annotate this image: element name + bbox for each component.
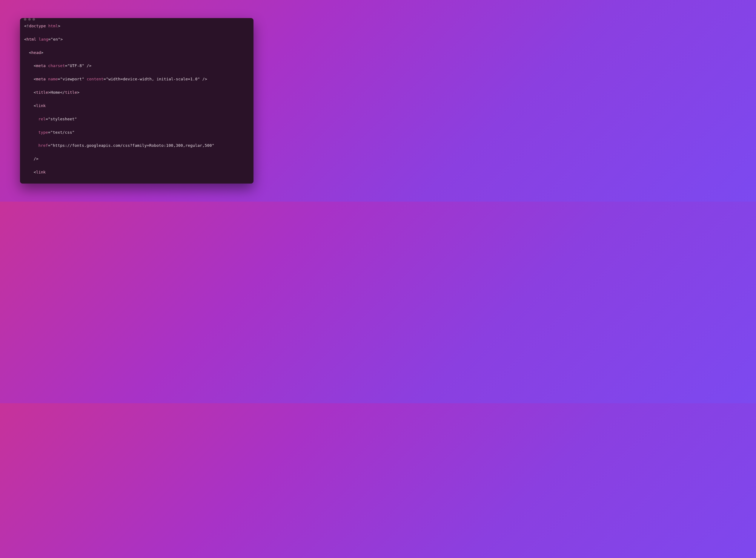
code-token: =	[48, 37, 51, 42]
code-token: />	[84, 64, 92, 68]
code-token: =	[48, 130, 50, 134]
code-token: UTF-8	[70, 64, 82, 68]
traffic-light-zoom-icon[interactable]	[32, 18, 35, 21]
code-token: <	[24, 37, 27, 42]
code-token: <	[34, 90, 36, 95]
code-token: content	[87, 77, 103, 81]
code-line: rel="stylesheet"	[24, 116, 249, 123]
code-token: <	[34, 170, 36, 174]
code-token: stylesheet	[51, 117, 75, 121]
code-token: "	[51, 130, 53, 134]
code-token: "	[72, 130, 74, 134]
code-token: "	[82, 64, 84, 68]
code-token: "	[106, 77, 108, 81]
code-token: Home	[51, 90, 60, 95]
code-token: "	[51, 37, 53, 42]
code-token: />	[34, 156, 39, 161]
code-line: href="https://fonts.googleapis.com/css?f…	[24, 142, 249, 149]
code-token: width=device-width, initial-scale=1.0	[108, 77, 198, 81]
code-token: stylesheet	[51, 183, 75, 183]
code-token: link	[36, 170, 46, 174]
code-token: "	[75, 183, 77, 183]
code-token: text/css	[53, 130, 72, 134]
editor-window: <!doctype html> <html lang="en"> <head> …	[20, 18, 253, 183]
code-token: =	[58, 77, 60, 81]
code-line: <html lang="en">	[24, 36, 249, 43]
code-token: >	[60, 37, 63, 42]
code-token: =	[46, 117, 48, 121]
code-token: "	[82, 77, 84, 81]
code-token: https://fonts.googleapis.com/css?family=…	[53, 143, 212, 148]
code-line: <meta name="viewport" content="width=dev…	[24, 76, 249, 82]
code-token: <	[34, 77, 36, 81]
code-token: head	[31, 50, 41, 55]
code-token: html	[27, 37, 36, 42]
code-token	[84, 77, 87, 81]
code-editor-content[interactable]: <!doctype html> <html lang="en"> <head> …	[20, 21, 253, 183]
code-token: type	[39, 130, 48, 134]
code-token: =	[48, 143, 50, 148]
code-line: />	[24, 156, 249, 162]
code-token: "	[67, 64, 70, 68]
code-token: "	[198, 77, 200, 81]
code-token: "	[60, 77, 62, 81]
code-token: "	[51, 143, 53, 148]
code-token: rel	[39, 117, 46, 121]
code-line: <head>	[24, 49, 249, 56]
code-token: =	[46, 183, 48, 183]
code-token: en	[53, 37, 58, 42]
code-token: <	[29, 50, 31, 55]
code-line: <title>Home</title>	[24, 89, 249, 96]
code-token: </	[60, 90, 65, 95]
code-line: type="text/css"	[24, 129, 249, 136]
code-token: "	[58, 37, 60, 42]
code-token: name	[48, 77, 58, 81]
code-token: "	[48, 117, 50, 121]
code-token: >	[48, 90, 51, 95]
code-token: html	[48, 24, 58, 28]
code-token	[46, 24, 48, 28]
code-token	[46, 64, 48, 68]
code-line: <!doctype html>	[24, 23, 249, 29]
code-token: doctype	[29, 24, 46, 28]
code-token: rel	[39, 183, 46, 183]
window-titlebar	[20, 18, 253, 21]
code-line: rel="stylesheet"	[24, 182, 249, 183]
traffic-light-close-icon[interactable]	[24, 18, 26, 21]
code-token	[46, 77, 48, 81]
code-token: >	[58, 24, 60, 28]
code-token: =	[65, 64, 67, 68]
code-token: link	[36, 103, 46, 108]
code-token: title	[65, 90, 77, 95]
code-token: viewport	[62, 77, 82, 81]
code-token: =	[104, 77, 106, 81]
traffic-light-minimize-icon[interactable]	[28, 18, 31, 21]
code-token: <	[34, 103, 36, 108]
code-token	[36, 37, 39, 42]
code-token: meta	[36, 64, 46, 68]
code-token: "	[48, 183, 50, 183]
code-token: title	[36, 90, 48, 95]
code-token: lang	[39, 37, 48, 42]
code-line: <link	[24, 169, 249, 176]
code-token: "	[212, 143, 214, 148]
code-token: />	[200, 77, 207, 81]
code-line: <link	[24, 103, 249, 109]
code-token: charset	[48, 64, 65, 68]
code-token: >	[41, 50, 44, 55]
code-token: >	[77, 90, 79, 95]
code-token: meta	[36, 77, 46, 81]
code-line: <meta charset="UTF-8" />	[24, 62, 249, 69]
code-token: "	[75, 117, 77, 121]
code-token: <!	[24, 24, 29, 28]
code-token: href	[39, 143, 48, 148]
code-token: <	[34, 64, 36, 68]
